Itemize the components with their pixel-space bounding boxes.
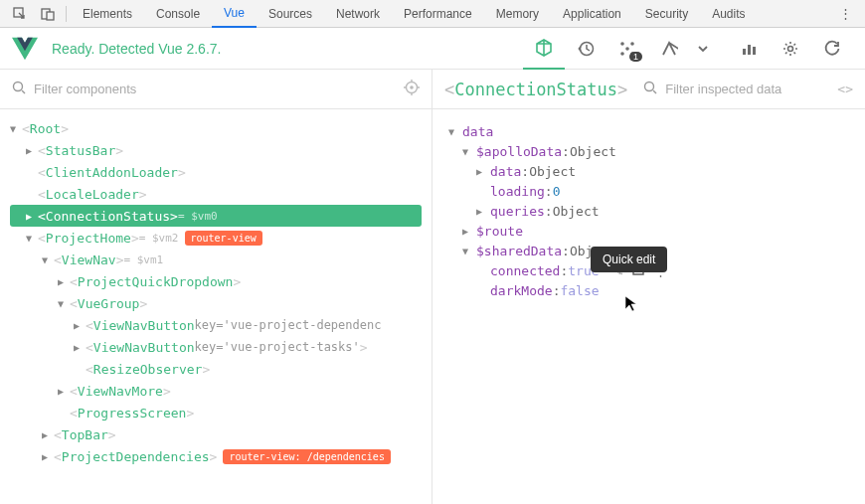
data-tree: ▼data▼$apolloData: Object▶data: Objectlo… <box>432 109 865 504</box>
tree-node-ProjectDependencies[interactable]: ▶<ProjectDependencies>router-view: /depe… <box>0 445 432 467</box>
filter-data-input[interactable] <box>665 82 837 96</box>
tree-node-ViewNavMore[interactable]: ▶<ViewNavMore> <box>0 380 432 402</box>
tree-node-ViewNav[interactable]: ▼<ViewNav> = $vm1 <box>0 249 432 270</box>
data-section-header[interactable]: ▼data <box>448 121 849 141</box>
svg-rect-10 <box>748 45 751 55</box>
more-icon[interactable]: ⋮ <box>831 6 859 21</box>
tree-node-ResizeObserver[interactable]: <ResizeObserver> <box>0 358 432 380</box>
devtools-tab-elements[interactable]: Elements <box>71 0 144 28</box>
inspect-icon[interactable] <box>6 7 34 21</box>
devtools-tab-vue[interactable]: Vue <box>212 0 257 28</box>
data-row-$route[interactable]: ▶$route <box>448 221 849 241</box>
data-row-data[interactable]: ▶data: Object <box>448 161 849 181</box>
svg-point-13 <box>14 83 23 91</box>
svg-point-6 <box>620 52 624 56</box>
devtools-tab-memory[interactable]: Memory <box>484 0 551 28</box>
svg-rect-2 <box>47 12 54 20</box>
inspected-header-bar: <ConnectionStatus> <> <box>432 70 865 109</box>
filter-components-bar <box>0 70 432 109</box>
svg-point-15 <box>410 85 414 89</box>
devtools-tab-application[interactable]: Application <box>551 0 633 28</box>
component-tree: ▼<Root>▶<StatusBar><ClientAddonLoader><L… <box>0 109 432 504</box>
svg-point-4 <box>620 42 624 46</box>
data-row-$apolloData[interactable]: ▼$apolloData: Object <box>448 141 849 161</box>
devtools-tab-audits[interactable]: Audits <box>700 0 757 28</box>
settings-tab-icon[interactable] <box>770 28 811 70</box>
tree-node-ViewNavButton[interactable]: ▶<ViewNavButton key='vue-project-depende… <box>0 314 432 336</box>
refresh-icon[interactable] <box>811 28 853 70</box>
svg-point-16 <box>645 83 654 91</box>
tree-node-Root[interactable]: ▼<Root> <box>0 117 432 139</box>
history-tab-icon[interactable] <box>565 28 606 70</box>
search-icon <box>643 81 657 97</box>
tree-node-StatusBar[interactable]: ▶<StatusBar> <box>0 139 432 161</box>
svg-rect-9 <box>743 49 746 55</box>
tree-node-ClientAddonLoader[interactable]: <ClientAddonLoader> <box>0 161 432 183</box>
data-row-darkMode[interactable]: darkMode: false <box>448 280 849 300</box>
tree-node-ViewNavButton[interactable]: ▶<ViewNavButton key='vue-project-tasks'> <box>0 336 432 358</box>
vuex-tab-icon[interactable]: 1 <box>606 28 648 70</box>
svg-point-8 <box>625 47 629 51</box>
inspected-component-name: <ConnectionStatus> <box>444 80 627 99</box>
devtools-tabs: ElementsConsoleVueSourcesNetworkPerforma… <box>0 0 865 28</box>
cursor-icon <box>623 294 641 316</box>
data-row-queries[interactable]: ▶queries: Object <box>448 201 849 221</box>
tree-node-TopBar[interactable]: ▶<TopBar> <box>0 423 432 445</box>
tree-node-VueGroup[interactable]: ▼<VueGroup> <box>0 292 432 314</box>
device-icon[interactable] <box>34 7 62 21</box>
svg-rect-11 <box>753 47 756 55</box>
components-tab-icon[interactable] <box>523 28 565 70</box>
chevron-down-icon[interactable] <box>690 28 716 70</box>
open-editor-icon[interactable]: <> <box>837 82 853 96</box>
vue-ready-text: Ready. Detected Vue 2.6.7. <box>52 41 221 57</box>
performance-tab-icon[interactable] <box>728 28 770 70</box>
target-icon[interactable] <box>404 80 420 98</box>
svg-point-12 <box>788 46 793 51</box>
svg-point-5 <box>630 42 634 46</box>
devtools-tab-console[interactable]: Console <box>144 0 212 28</box>
devtools-tab-security[interactable]: Security <box>633 0 700 28</box>
vue-logo-icon <box>12 36 38 62</box>
tree-node-ProgressScreen[interactable]: <ProgressScreen> <box>0 402 432 423</box>
devtools-tab-network[interactable]: Network <box>324 0 392 28</box>
devtools-tab-sources[interactable]: Sources <box>257 0 324 28</box>
filter-components-input[interactable] <box>34 82 404 96</box>
vue-header-bar: Ready. Detected Vue 2.6.7. 1 <box>0 28 865 70</box>
tree-node-LocaleLoader[interactable]: <LocaleLoader> <box>0 183 432 205</box>
data-row-loading[interactable]: loading: 0 <box>448 181 849 201</box>
tree-node-ProjectQuickDropdown[interactable]: ▶<ProjectQuickDropdown> <box>0 270 432 292</box>
routing-tab-icon[interactable] <box>648 28 690 70</box>
search-icon <box>12 81 26 97</box>
vuex-badge: 1 <box>629 52 642 62</box>
tooltip-quick-edit: Quick edit <box>591 247 667 272</box>
tree-node-ProjectHome[interactable]: ▼<ProjectHome> = $vm2router-view <box>0 227 432 249</box>
devtools-tab-performance[interactable]: Performance <box>392 0 484 28</box>
tree-node-ConnectionStatus[interactable]: ▶<ConnectionStatus> = $vm0 <box>10 205 422 227</box>
